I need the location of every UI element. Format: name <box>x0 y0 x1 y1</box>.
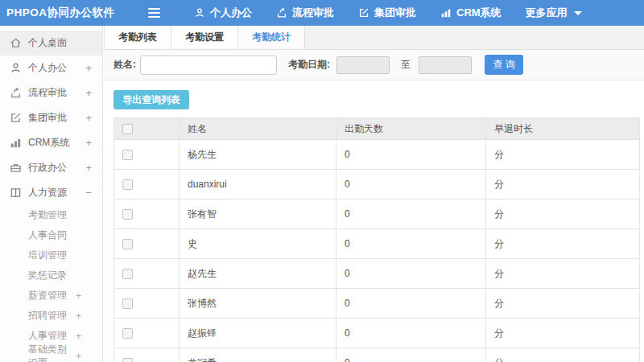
app-title: PHPOA协同办公软件 <box>0 6 103 20</box>
search-button[interactable]: 查 询 <box>485 55 523 75</box>
col-header-name: 姓名 <box>180 118 336 140</box>
caret-down-icon <box>574 11 582 15</box>
home-icon <box>10 37 22 49</box>
select-all-checkbox[interactable] <box>122 124 133 134</box>
chart-icon <box>10 137 22 149</box>
chart-icon <box>440 7 452 19</box>
expand-icon[interactable]: + <box>76 351 81 362</box>
table-row: 赵先生 0 分 <box>114 259 640 289</box>
row-checkbox[interactable] <box>122 209 133 220</box>
topnav-group-approval[interactable]: 集团审批 <box>358 6 416 20</box>
table-row: 张博然 0 分 <box>114 289 640 319</box>
attendance-table: 姓名 出勤天数 早退时长 杨先生 0 分 duanxirui 0 分 张有智 0 <box>114 117 640 362</box>
row-checkbox[interactable] <box>122 150 133 160</box>
table-row: 杨先生 0 分 <box>114 140 640 170</box>
expand-icon[interactable]: + <box>85 62 92 74</box>
sidebar-subitem-attendance-mgmt[interactable]: 考勤管理 <box>0 205 102 225</box>
hr-icon <box>10 187 22 199</box>
row-checkbox[interactable] <box>122 328 133 339</box>
sidebar-subitem-salary-mgmt[interactable]: 薪资管理 + <box>0 286 102 306</box>
table-row: 张有智 0 分 <box>114 200 640 229</box>
to-label: 至 <box>401 58 411 72</box>
menu-toggle-icon[interactable] <box>148 8 160 18</box>
table-row: 史 0 分 <box>114 229 640 259</box>
sidebar-item-group-approval[interactable]: 集团审批 + <box>0 105 102 130</box>
sidebar-item-crm[interactable]: CRM系统 + <box>0 130 102 155</box>
sidebar-subitem-base-category-settings[interactable]: 基础类别设置 + <box>0 346 102 362</box>
expand-icon[interactable]: + <box>76 290 81 302</box>
tab-bar: 考勤列表 考勤设置 考勤统计 <box>104 26 644 50</box>
expand-icon[interactable]: + <box>85 112 92 124</box>
row-checkbox[interactable] <box>122 269 133 279</box>
topnav-workflow-approval[interactable]: 流程审批 <box>276 6 334 20</box>
date-label: 考勤日期: <box>288 58 330 72</box>
sidebar-item-admin-office[interactable]: 行政办公 + <box>0 155 102 180</box>
sidebar-item-desktop[interactable]: 个人桌面 <box>0 31 102 56</box>
filter-bar: 姓名: 考勤日期: 至 查 询 <box>104 50 644 80</box>
expand-icon[interactable]: + <box>76 331 81 342</box>
sidebar-subitem-recruit-mgmt[interactable]: 招聘管理 + <box>0 306 102 326</box>
sidebar-item-personal-office[interactable]: 个人办公 + <box>0 56 102 80</box>
expand-icon[interactable]: + <box>85 162 92 174</box>
sidebar-subitem-training-mgmt[interactable]: 培训管理 <box>0 245 102 265</box>
table-header-row: 姓名 出勤天数 早退时长 <box>114 118 640 140</box>
briefcase-icon <box>10 162 22 174</box>
row-checkbox[interactable] <box>122 298 133 309</box>
expand-icon[interactable]: + <box>85 137 92 149</box>
edit-icon <box>358 7 369 19</box>
tab-attendance-settings[interactable]: 考勤设置 <box>171 26 238 49</box>
person-icon <box>10 62 22 74</box>
col-header-days: 出勤天数 <box>336 118 486 140</box>
sidebar-item-workflow-approval[interactable]: 流程审批 + <box>0 80 102 105</box>
table-row: 龙冠希 0 分 <box>114 348 640 362</box>
top-navbar: PHPOA协同办公软件 个人办公 流程审批 集团审批 <box>0 0 644 26</box>
name-label: 姓名: <box>114 58 136 72</box>
edit-icon <box>10 112 22 124</box>
export-button[interactable]: 导出查询列表 <box>114 90 189 109</box>
top-nav: 个人办公 流程审批 集团审批 CRM系统 更多应用 <box>194 6 582 20</box>
sidebar-item-hr[interactable]: 人力资源 − <box>0 180 102 205</box>
table-row: duanxirui 0 分 <box>114 170 640 200</box>
date-from-input[interactable] <box>336 56 390 74</box>
topnav-personal-office[interactable]: 个人办公 <box>194 6 252 20</box>
table-row: 赵振铎 0 分 <box>114 319 640 348</box>
topnav-more-apps[interactable]: 更多应用 <box>526 6 582 20</box>
date-to-input[interactable] <box>419 56 472 74</box>
toolbar: 导出查询列表 <box>104 80 644 117</box>
sidebar-subitem-reward-records[interactable]: 奖惩记录 <box>0 265 102 286</box>
col-header-late: 早退时长 <box>486 118 640 140</box>
expand-icon[interactable]: + <box>76 311 81 322</box>
sidebar-subitem-hr-contract[interactable]: 人事合同 <box>0 225 102 245</box>
collapse-icon[interactable]: − <box>85 187 92 199</box>
topnav-crm[interactable]: CRM系统 <box>440 6 502 20</box>
name-input[interactable] <box>140 56 277 75</box>
main-content: 考勤列表 考勤设置 考勤统计 姓名: 考勤日期: 至 查 询 导出查询列表 姓名… <box>104 26 644 362</box>
sidebar: 个人桌面 个人办公 + 流程审批 + 集团审批 + CRM系统 <box>0 26 103 362</box>
tab-attendance-list[interactable]: 考勤列表 <box>104 26 171 49</box>
workflow-icon <box>10 87 22 99</box>
tab-attendance-statistics[interactable]: 考勤统计 <box>238 26 305 49</box>
person-icon <box>194 7 205 19</box>
row-checkbox[interactable] <box>122 358 133 362</box>
workflow-icon <box>276 7 287 19</box>
row-checkbox[interactable] <box>122 179 133 190</box>
row-checkbox[interactable] <box>122 239 133 249</box>
expand-icon[interactable]: + <box>85 87 92 99</box>
